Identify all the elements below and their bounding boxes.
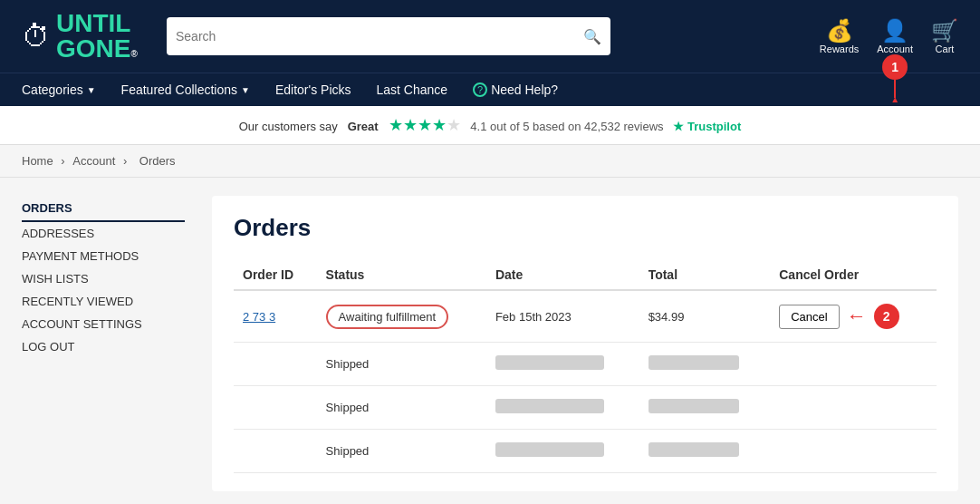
order-id-cell: 2 73 3 xyxy=(234,290,317,343)
order-status-cell: Shipped xyxy=(317,430,486,473)
table-row: Shipped xyxy=(234,386,937,430)
col-date: Date xyxy=(486,260,639,290)
col-total: Total xyxy=(639,260,771,290)
annotation-2: 2 xyxy=(874,304,899,329)
sidebar-item-account-settings[interactable]: ACCOUNT SETTINGS xyxy=(22,313,185,335)
account-label: Account xyxy=(877,44,913,54)
blurred-date xyxy=(495,399,604,413)
nav-featured[interactable]: Featured Collections ▼ xyxy=(121,82,250,97)
cart-button[interactable]: 🛒 Cart xyxy=(931,18,958,54)
sidebar-item-logout[interactable]: LOG OUT xyxy=(22,335,185,358)
orders-content: Orders Order ID Status Date Total Cancel… xyxy=(212,196,958,491)
orders-table: Order ID Status Date Total Cancel Order … xyxy=(234,260,937,473)
blurred-total xyxy=(649,399,739,413)
col-status: Status xyxy=(317,260,486,290)
rewards-icon: 💰 xyxy=(826,18,853,44)
logo-text: UNTIL GONE® xyxy=(56,11,138,62)
table-row: Shipped xyxy=(234,343,937,386)
account-button[interactable]: 👤 Account 1 ▲ xyxy=(877,18,913,54)
order-status-cell: Shipped xyxy=(317,343,486,386)
breadcrumb-home[interactable]: Home xyxy=(22,154,53,168)
order-status-cell: Shipped xyxy=(317,386,486,430)
breadcrumb-account[interactable]: Account xyxy=(72,154,115,168)
breadcrumb: Home › Account › Orders xyxy=(0,145,980,178)
blurred-total xyxy=(649,442,739,457)
nav-categories[interactable]: Categories ▼ xyxy=(22,82,96,97)
account-icon: 👤 xyxy=(881,18,908,44)
sidebar-item-orders[interactable]: ORDERS xyxy=(22,196,185,222)
order-cancel-cell: Cancel ← 2 xyxy=(770,290,937,343)
cancel-order-button[interactable]: Cancel xyxy=(779,305,839,329)
chevron-down-icon: ▼ xyxy=(87,85,96,95)
nav-last-chance[interactable]: Last Chance xyxy=(377,82,448,97)
search-input[interactable] xyxy=(176,29,583,44)
chevron-down-icon: ▼ xyxy=(241,85,250,95)
rewards-label: Rewards xyxy=(820,44,859,54)
breadcrumb-orders: Orders xyxy=(139,154,176,168)
sidebar-item-wishlists[interactable]: WISH LISTS xyxy=(22,267,185,290)
col-cancel: Cancel Order xyxy=(770,260,937,290)
orders-title: Orders xyxy=(234,214,937,242)
trustpilot-rating: Great xyxy=(348,120,379,133)
trustpilot-stars: ★★★★ xyxy=(389,116,447,134)
order-id-link[interactable]: 2 73 3 xyxy=(243,310,275,324)
status-awaiting-badge: Awaiting fulfillment xyxy=(326,305,448,329)
cart-icon: 🛒 xyxy=(931,18,958,44)
blurred-date xyxy=(495,442,604,457)
trustpilot-prefix: Our customers say xyxy=(239,120,338,133)
sidebar-item-payment[interactable]: PAYMENT METHODS xyxy=(22,245,185,267)
nav-editors-picks[interactable]: Editor's Picks xyxy=(275,82,351,97)
logo[interactable]: ⏱ UNTIL GONE® xyxy=(22,11,149,62)
col-order-id: Order ID xyxy=(234,260,317,290)
annotation-arrow: ← xyxy=(847,305,867,328)
nav: Categories ▼ Featured Collections ▼ Edit… xyxy=(0,73,980,106)
trustpilot-logo: ★ Trustpilot xyxy=(673,120,741,133)
order-status-cell: Awaiting fulfillment xyxy=(317,290,486,343)
sidebar-item-recently-viewed[interactable]: RECENTLY VIEWED xyxy=(22,290,185,313)
cart-label: Cart xyxy=(936,44,955,54)
main-content: ORDERS ADDRESSES PAYMENT METHODS WISH LI… xyxy=(0,178,980,504)
order-date-cell: Feb 15th 2023 xyxy=(486,290,639,343)
sidebar-item-addresses[interactable]: ADDRESSES xyxy=(22,222,185,245)
trustpilot-score: 4.1 out of 5 based on 42,532 reviews xyxy=(470,120,663,133)
nav-help[interactable]: ? Need Help? xyxy=(473,82,558,97)
table-row: 2 73 3 Awaiting fulfillment Feb 15th 202… xyxy=(234,290,937,343)
header-actions: 💰 Rewards 👤 Account 1 ▲ 🛒 Cart xyxy=(820,18,958,54)
order-total-cell: $34.99 xyxy=(639,290,771,343)
logo-icon: ⏱ xyxy=(22,20,51,53)
trustpilot-bar: Our customers say Great ★★★★★ 4.1 out of… xyxy=(0,106,980,145)
cancel-action-row: Cancel ← 2 xyxy=(779,304,898,329)
table-row: Shipped xyxy=(234,430,937,473)
blurred-date xyxy=(495,355,604,370)
sidebar: ORDERS ADDRESSES PAYMENT METHODS WISH LI… xyxy=(22,196,185,491)
rewards-button[interactable]: 💰 Rewards xyxy=(820,18,859,54)
search-bar: 🔍 xyxy=(167,17,610,55)
header: ⏱ UNTIL GONE® 🔍 💰 Rewards 👤 Acco xyxy=(0,0,980,106)
search-icon: 🔍 xyxy=(583,28,601,45)
blurred-total xyxy=(649,355,739,370)
help-icon: ? xyxy=(473,82,487,97)
